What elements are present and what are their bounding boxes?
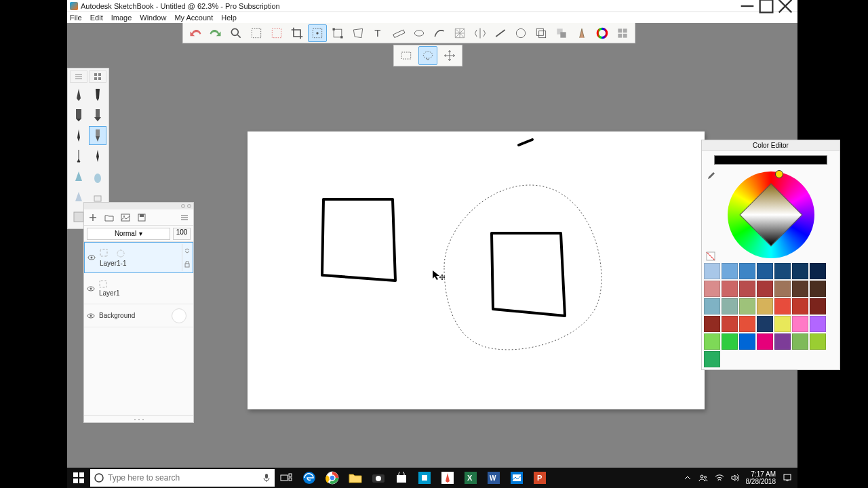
transform-button[interactable] [328, 24, 347, 42]
brush-pencil[interactable] [70, 85, 87, 104]
blendmode-select[interactable]: Normal▾ [87, 228, 170, 240]
brush-paint[interactable] [89, 126, 106, 145]
menu-edit[interactable]: Edit [86, 14, 107, 22]
copic-button[interactable] [613, 24, 632, 42]
color-swatch[interactable] [774, 281, 791, 297]
wifi-icon[interactable] [715, 474, 724, 482]
taskbar-search[interactable] [90, 469, 275, 487]
color-swatch[interactable] [774, 298, 791, 314]
color-swatch[interactable] [792, 263, 808, 279]
color-swatch[interactable] [774, 333, 791, 350]
eyedropper-icon[interactable] [706, 171, 715, 181]
opacity-field[interactable]: 100 [173, 228, 191, 240]
color-swatch[interactable] [704, 263, 720, 279]
select-rect-button[interactable] [397, 46, 416, 65]
color-swatch[interactable] [810, 298, 826, 314]
lasso-select-button[interactable] [308, 24, 327, 42]
menu-icon[interactable] [180, 213, 189, 222]
color-swatch[interactable] [739, 333, 755, 350]
color-swatch[interactable] [739, 263, 755, 279]
tray-up-icon[interactable] [684, 474, 692, 482]
camera-app[interactable] [367, 468, 390, 488]
deselect-button[interactable] [267, 24, 286, 42]
distort-button[interactable] [349, 24, 368, 42]
folder-icon[interactable] [104, 213, 114, 222]
symmetry-button[interactable] [471, 24, 490, 42]
brush-airbrush[interactable] [70, 167, 87, 186]
color-swatch[interactable] [757, 298, 773, 314]
notifications-icon[interactable] [783, 473, 792, 483]
brush-smudge[interactable] [89, 167, 106, 186]
color-swatch[interactable] [722, 298, 738, 314]
color-wheel[interactable] [728, 171, 814, 258]
add-layer-icon[interactable] [88, 213, 98, 222]
color-swatch[interactable] [739, 316, 755, 332]
ellipse-guide-button[interactable] [410, 24, 429, 42]
color-swatch[interactable] [704, 351, 720, 367]
visibility-icon[interactable] [87, 253, 96, 262]
powerpoint-app[interactable]: P [528, 468, 551, 488]
edge-app[interactable] [298, 468, 321, 488]
stroke-button[interactable] [491, 24, 510, 42]
word-app[interactable]: W [482, 468, 505, 488]
panel-resize-icon[interactable] [132, 418, 146, 422]
excel-app[interactable]: X [459, 468, 482, 488]
color-swatch[interactable] [739, 298, 755, 314]
explorer-app[interactable] [344, 468, 367, 488]
color-swatch[interactable] [810, 316, 826, 332]
menu-file[interactable]: File [68, 14, 86, 22]
background-color-swatch[interactable] [172, 308, 186, 323]
menu-image[interactable]: Image [107, 14, 136, 22]
photos-app[interactable] [505, 468, 528, 488]
zoom-button[interactable] [226, 24, 245, 42]
brush-fine[interactable] [70, 146, 87, 165]
colorwheel-button[interactable] [593, 24, 612, 42]
color-swatch[interactable] [704, 333, 720, 350]
color-swatch[interactable] [792, 316, 808, 332]
select-lasso-button[interactable] [418, 46, 437, 65]
brush-ink[interactable] [70, 126, 87, 145]
color-swatch[interactable] [792, 298, 808, 314]
sketchbook-app[interactable] [436, 468, 459, 488]
fill-button[interactable] [532, 24, 551, 42]
menu-help[interactable]: Help [217, 14, 241, 22]
taskview-button[interactable] [275, 468, 298, 488]
maximize-button[interactable] [757, 0, 776, 12]
color-diamond[interactable] [739, 183, 802, 246]
color-swatch[interactable] [704, 281, 720, 297]
brush-pen[interactable] [89, 85, 106, 104]
color-swatch[interactable] [792, 333, 808, 350]
start-button[interactable] [67, 468, 90, 488]
color-swatch[interactable] [704, 298, 720, 314]
undo-button[interactable] [186, 24, 205, 42]
color-swatch[interactable] [757, 333, 773, 350]
ruler-button[interactable] [389, 24, 408, 42]
redo-button[interactable] [206, 24, 225, 42]
marquee-select-button[interactable] [247, 24, 266, 42]
brush-nib[interactable] [89, 146, 106, 165]
color-swatch[interactable] [739, 281, 755, 297]
layers-button[interactable] [552, 24, 571, 42]
color-swatch[interactable] [722, 263, 738, 279]
background-layer-row[interactable]: Background [84, 304, 193, 327]
store-app[interactable] [390, 468, 413, 488]
lock-icon[interactable] [184, 261, 191, 268]
brush-settings-icon[interactable] [70, 70, 87, 83]
save-icon[interactable] [137, 213, 146, 222]
visibility-icon[interactable] [87, 285, 95, 293]
layer-row[interactable]: Layer1 [84, 273, 193, 304]
select-move-button[interactable] [440, 46, 459, 65]
color-swatch[interactable] [810, 263, 826, 279]
brush-chisel[interactable] [89, 106, 106, 125]
canvas[interactable] [248, 131, 705, 409]
color-swatch[interactable] [792, 281, 808, 297]
layer-row[interactable]: Layer1-1 [84, 242, 193, 273]
search-input[interactable] [108, 473, 258, 483]
brushlib-button[interactable] [572, 24, 591, 42]
minimize-button[interactable] [738, 0, 757, 12]
shape-button[interactable] [511, 24, 530, 42]
brush-marker[interactable] [70, 106, 87, 125]
color-swatch[interactable] [810, 333, 826, 350]
cortana-icon[interactable] [90, 472, 108, 483]
people-icon[interactable] [698, 473, 708, 483]
